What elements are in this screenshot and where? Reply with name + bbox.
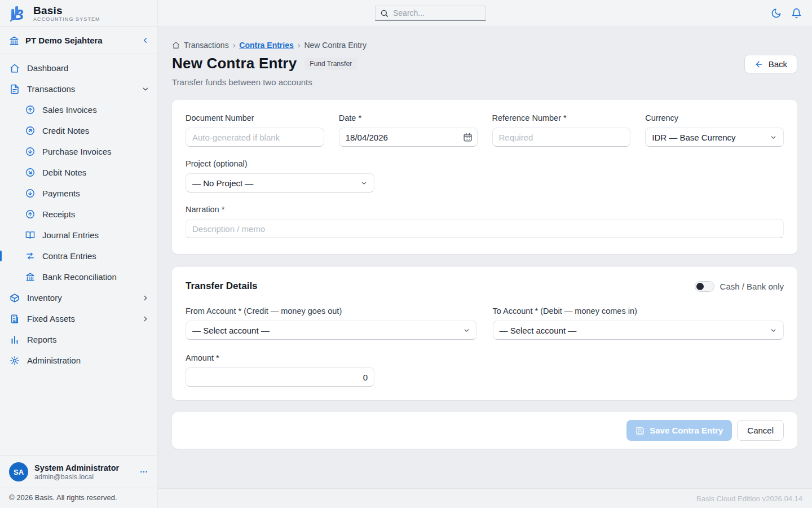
sidebar-item-fixed-assets[interactable]: Fixed Assets xyxy=(0,308,157,329)
reference-number-input[interactable] xyxy=(492,128,631,147)
header-logo-area: B Basis ACCOUNTING SYSTEM xyxy=(0,0,158,27)
collapse-sidebar-icon[interactable] xyxy=(141,36,149,45)
sidebar-item-purchase-invoices[interactable]: Purchase Invoices xyxy=(0,141,157,162)
app-name: Basis xyxy=(33,5,100,16)
from-account-label: From Account * (Credit — money goes out) xyxy=(186,306,477,316)
sidebar-item-sales-invoices[interactable]: Sales Invoices xyxy=(0,99,157,120)
chevron-down-icon xyxy=(463,327,470,334)
search-input[interactable] xyxy=(393,8,478,17)
project-select[interactable]: — No Project — xyxy=(186,173,374,192)
breadcrumb-contra-entries-link[interactable]: Contra Entries xyxy=(239,41,293,50)
user-card[interactable]: SA System Administrator admin@basis.loca… xyxy=(0,456,157,488)
sidebar-item-contra-entries[interactable]: Contra Entries xyxy=(0,246,157,266)
amount-label: Amount * xyxy=(186,353,374,362)
chevron-right-icon xyxy=(142,315,149,323)
breadcrumb-transactions[interactable]: Transactions xyxy=(184,41,229,50)
dark-mode-moon-icon[interactable] xyxy=(771,8,782,19)
sidebar-item-inventory[interactable]: Inventory xyxy=(0,287,157,308)
currency-label: Currency xyxy=(645,113,784,122)
amount-input[interactable] xyxy=(186,367,374,387)
breadcrumb: Transactions › Contra Entries › New Cont… xyxy=(172,41,797,50)
save-contra-entry-button[interactable]: Save Contra Entry xyxy=(626,420,732,441)
chevron-right-icon xyxy=(142,294,149,302)
transfer-details-title: Transfer Details xyxy=(186,281,258,292)
narration-input[interactable] xyxy=(186,219,784,238)
search-icon xyxy=(380,9,389,17)
to-account-label: To Account * (Debit — money comes in) xyxy=(493,306,784,316)
form-actions: Save Contra Entry Cancel xyxy=(172,412,797,449)
arrow-down-circle-icon xyxy=(25,189,35,198)
reference-number-label: Reference Number * xyxy=(492,113,631,122)
sidebar-item-administration[interactable]: Administration xyxy=(0,350,157,371)
save-icon xyxy=(636,426,645,435)
swap-arrows-icon xyxy=(25,251,35,261)
version-text: Basis Cloud Edition v2026.04.14 xyxy=(696,494,802,503)
document-number-label: Document Number xyxy=(186,113,324,122)
sidebar-item-debit-notes[interactable]: Debit Notes xyxy=(0,162,157,183)
breadcrumb-home-icon[interactable] xyxy=(172,41,180,49)
date-label: Date * xyxy=(339,113,478,122)
sidebar-item-reports[interactable]: Reports xyxy=(0,329,157,350)
global-search[interactable] xyxy=(375,6,486,21)
basis-logo-icon: B xyxy=(8,3,28,24)
back-label: Back xyxy=(769,59,787,69)
transfer-details-card: Transfer Details Cash / Bank only From A… xyxy=(172,267,797,400)
document-number-input[interactable] xyxy=(186,128,324,147)
chevron-down-icon xyxy=(360,179,368,187)
home-icon xyxy=(10,63,20,73)
open-book-icon xyxy=(25,230,35,240)
fund-transfer-badge: Fund Transfer xyxy=(304,58,357,70)
sidebar-item-journal-entries[interactable]: Journal Entries xyxy=(0,225,157,246)
page-title: New Contra Entry xyxy=(172,55,297,72)
sidebar: PT Demo Sejahtera Dashboard Transactions… xyxy=(0,27,158,508)
sidebar-item-payments[interactable]: Payments xyxy=(0,183,157,204)
app-window: B Basis ACCOUNTING SYSTEM xyxy=(0,0,812,508)
to-account-select[interactable]: — Select account — xyxy=(493,321,784,340)
page-subtitle: Transfer funds between two accounts xyxy=(172,77,797,87)
arrow-up-right-circle-icon xyxy=(25,126,35,135)
chevron-down-icon xyxy=(770,134,777,141)
date-input[interactable] xyxy=(339,128,478,147)
arrow-up-circle-icon xyxy=(25,209,35,219)
currency-select[interactable]: IDR — Base Currency xyxy=(645,128,784,147)
chevron-down-icon xyxy=(770,327,777,334)
sidebar-nav: Dashboard Transactions Sales Invoices Cr… xyxy=(0,54,157,371)
user-name: System Administrator xyxy=(34,463,133,472)
user-email: admin@basis.local xyxy=(34,473,133,481)
building-icon xyxy=(10,314,20,324)
arrow-down-right-circle-icon xyxy=(25,168,35,177)
package-icon xyxy=(10,293,20,303)
user-menu-icon[interactable] xyxy=(139,467,148,476)
bank-icon xyxy=(25,272,35,282)
cancel-button[interactable]: Cancel xyxy=(737,420,784,441)
document-header-card: Document Number Date * Referenc xyxy=(172,100,797,254)
arrow-up-circle-icon xyxy=(25,105,35,115)
chevron-down-icon xyxy=(142,85,149,93)
gear-icon xyxy=(10,356,20,366)
breadcrumb-separator: › xyxy=(298,41,301,50)
header xyxy=(158,0,812,27)
bar-chart-icon xyxy=(10,335,20,345)
cash-bank-only-toggle[interactable] xyxy=(695,281,714,292)
main-footer: Basis Cloud Edition v2026.04.14 xyxy=(158,488,812,508)
sidebar-item-receipts[interactable]: Receipts xyxy=(0,204,157,225)
toggle-knob xyxy=(696,283,704,290)
main-area: Transactions › Contra Entries › New Cont… xyxy=(158,27,812,508)
calendar-icon[interactable] xyxy=(463,133,473,142)
document-icon xyxy=(10,84,20,94)
app-tagline: ACCOUNTING SYSTEM xyxy=(33,16,100,22)
breadcrumb-current: New Contra Entry xyxy=(304,41,366,50)
sidebar-item-bank-reconciliation[interactable]: Bank Reconciliation xyxy=(0,266,157,287)
notifications-bell-icon[interactable] xyxy=(791,8,802,19)
app-title: Basis ACCOUNTING SYSTEM xyxy=(33,5,100,22)
company-selector[interactable]: PT Demo Sejahtera xyxy=(0,27,157,54)
cash-bank-only-label: Cash / Bank only xyxy=(720,282,784,291)
sidebar-item-credit-notes[interactable]: Credit Notes xyxy=(0,120,157,141)
arrow-down-circle-icon xyxy=(25,147,35,156)
avatar: SA xyxy=(9,462,28,481)
copyright-text: © 2026 Basis. All rights reserved. xyxy=(0,488,157,508)
sidebar-item-transactions[interactable]: Transactions xyxy=(0,78,157,99)
sidebar-item-dashboard[interactable]: Dashboard xyxy=(0,58,157,78)
back-button[interactable]: Back xyxy=(744,55,797,73)
from-account-select[interactable]: — Select account — xyxy=(186,321,477,340)
